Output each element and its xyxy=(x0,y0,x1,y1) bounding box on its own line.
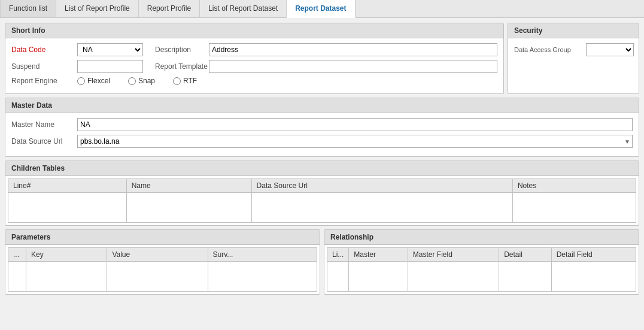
rel-empty-row xyxy=(327,262,636,292)
suspend-input[interactable] xyxy=(77,60,143,73)
master-name-input[interactable] xyxy=(77,118,633,131)
radio-rtf-input[interactable] xyxy=(173,77,181,85)
tab-list-of-report-profile[interactable]: List of Report Profile xyxy=(56,0,139,17)
parameters-title: Parameters xyxy=(5,230,320,245)
security-title: Security xyxy=(508,23,639,38)
children-tables-panel: Children Tables Line# Name Data Source U… xyxy=(5,161,639,226)
data-source-url-select[interactable]: pbs.bo.la.na xyxy=(77,135,633,148)
radio-flexcel[interactable]: Flexcel xyxy=(77,77,110,85)
rel-col-detail-field: Detail Field xyxy=(551,248,636,262)
children-col-name: Name xyxy=(126,179,251,193)
short-info-body: Data Code NA Description Suspend Repo xyxy=(5,38,503,93)
children-tables-table: Line# Name Data Source Url Notes xyxy=(8,178,636,223)
short-info-title: Short Info xyxy=(5,23,503,38)
master-data-panel: Master Data Master Name Data Source Url … xyxy=(5,98,639,157)
children-col-notes: Notes xyxy=(512,179,636,193)
tab-bar: Function listList of Report ProfileRepor… xyxy=(0,0,644,18)
description-input[interactable] xyxy=(209,43,497,56)
short-info-panel: Short Info Data Code NA Description xyxy=(5,23,504,94)
parameters-table: ... Key Value Surv... xyxy=(8,247,317,292)
radio-snap-input[interactable] xyxy=(128,77,136,85)
master-data-title: Master Data xyxy=(5,98,639,113)
report-template-input[interactable] xyxy=(209,60,497,73)
data-source-url-wrapper: pbs.bo.la.na ▼ xyxy=(77,135,633,148)
param-col-surv: Surv... xyxy=(208,248,317,262)
report-engine-label: Report Engine xyxy=(11,77,77,85)
report-template-label: Report Template xyxy=(155,62,209,71)
relationship-title: Relationship xyxy=(324,230,639,245)
tab-function-list[interactable]: Function list xyxy=(0,0,56,17)
radio-flexcel-input[interactable] xyxy=(77,77,85,85)
radio-rtf-label: RTF xyxy=(183,77,197,85)
data-access-group-row: Data Access Group xyxy=(514,43,633,56)
relationship-body: Li... Master Master Field Detail Detail … xyxy=(324,245,639,294)
radio-rtf[interactable]: RTF xyxy=(173,77,197,85)
data-code-select[interactable]: NA xyxy=(77,43,143,56)
top-row: Short Info Data Code NA Description xyxy=(5,23,639,94)
rel-col-master: Master xyxy=(349,248,408,262)
security-panel: Security Data Access Group xyxy=(508,23,639,94)
param-empty-row xyxy=(8,262,317,292)
param-col-ellipsis: ... xyxy=(8,248,26,262)
radio-snap[interactable]: Snap xyxy=(128,77,155,85)
radio-flexcel-label: Flexcel xyxy=(87,77,110,85)
data-source-url-label: Data Source Url xyxy=(11,137,77,146)
children-empty-row xyxy=(8,193,636,223)
security-body: Data Access Group xyxy=(508,38,639,65)
main-content: Short Info Data Code NA Description xyxy=(0,18,644,330)
data-source-url-row: Data Source Url pbs.bo.la.na ▼ xyxy=(11,135,633,148)
rel-col-master-field: Master Field xyxy=(408,248,499,262)
children-col-line: Line# xyxy=(8,179,127,193)
master-name-row: Master Name xyxy=(11,118,633,131)
master-data-body: Master Name Data Source Url pbs.bo.la.na… xyxy=(5,113,639,156)
param-col-value: Value xyxy=(107,248,208,262)
parameters-body: ... Key Value Surv... xyxy=(5,245,320,294)
data-code-row: Data Code NA Description xyxy=(11,43,497,56)
suspend-label: Suspend xyxy=(11,62,77,71)
report-engine-radio-group: Flexcel Snap RTF xyxy=(77,77,497,85)
report-engine-row: Report Engine Flexcel Snap RTF xyxy=(11,77,497,85)
data-code-label: Data Code xyxy=(11,46,77,54)
tab-list-of-report-dataset[interactable]: List of Report Dataset xyxy=(200,0,287,17)
rel-col-li: Li... xyxy=(327,248,349,262)
tab-report-profile[interactable]: Report Profile xyxy=(139,0,200,17)
children-col-datasource: Data Source Url xyxy=(251,179,512,193)
param-col-key: Key xyxy=(26,248,107,262)
children-tables-title: Children Tables xyxy=(5,161,639,176)
description-label: Description xyxy=(155,46,209,54)
data-access-group-select[interactable] xyxy=(586,43,634,56)
master-name-label: Master Name xyxy=(11,120,77,129)
relationship-panel: Relationship Li... Master Master Field D… xyxy=(324,229,639,295)
rel-col-detail: Detail xyxy=(499,248,551,262)
parameters-panel: Parameters ... Key Value Surv... xyxy=(5,229,320,295)
bottom-row: Parameters ... Key Value Surv... xyxy=(5,229,639,295)
suspend-row: Suspend Report Template xyxy=(11,60,497,73)
children-tables-body: Line# Name Data Source Url Notes xyxy=(5,176,639,225)
relationship-table: Li... Master Master Field Detail Detail … xyxy=(327,247,636,292)
data-access-group-label: Data Access Group xyxy=(514,46,586,53)
tab-report-dataset[interactable]: Report Dataset xyxy=(287,0,355,18)
radio-snap-label: Snap xyxy=(138,77,155,85)
